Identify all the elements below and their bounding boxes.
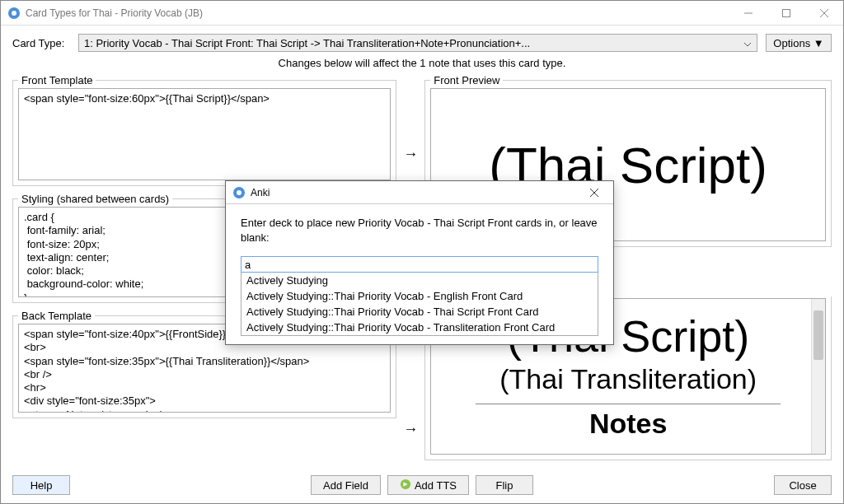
modal-close-button[interactable] — [575, 180, 613, 205]
add-tts-label: Add TTS — [415, 479, 457, 492]
modal-body: Enter deck to place new Priority Vocab -… — [226, 204, 613, 344]
back-preview-transliteration: (Thai Transliteration) — [451, 363, 805, 395]
arrow-icon: → — [403, 146, 418, 163]
chevron-down-icon — [743, 39, 752, 51]
add-tts-button[interactable]: Add TTS — [387, 475, 469, 495]
front-template-legend: Front Template — [18, 74, 96, 86]
styling-legend: Styling (shared between cards) — [18, 193, 172, 205]
maximize-button[interactable] — [767, 1, 805, 26]
arrow-icon: → — [403, 421, 418, 438]
autocomplete-dropdown: Actively Studying Actively Studying::Tha… — [241, 272, 598, 336]
autocomplete-option[interactable]: Actively Studying — [241, 273, 598, 288]
modal-prompt: Enter deck to place new Priority Vocab -… — [241, 216, 598, 245]
card-type-select[interactable]: 1: Priority Vocab - Thai Script Front: T… — [78, 34, 757, 52]
deck-name-input[interactable] — [241, 256, 598, 273]
back-preview-notes-label: Notes — [451, 408, 805, 440]
back-template-legend: Back Template — [18, 310, 95, 322]
card-type-value: 1: Priority Vocab - Thai Script Front: T… — [84, 37, 530, 49]
front-template-textarea[interactable]: <span style="font-size:60px">{{Thai Scri… — [18, 88, 391, 180]
tts-icon — [400, 478, 415, 492]
divider — [476, 404, 781, 404]
svg-rect-3 — [783, 9, 790, 16]
close-dialog-button[interactable]: Close — [774, 475, 832, 495]
modal-title: Anki — [251, 187, 575, 198]
hint-text: Changes below will affect the 1 note tha… — [1, 55, 843, 74]
minimize-button[interactable] — [729, 1, 767, 26]
deck-override-dialog: Anki Enter deck to place new Priority Vo… — [225, 180, 614, 345]
window-title: Card Types for Thai - Priority Vocab (JB… — [26, 7, 729, 19]
flip-button[interactable]: Flip — [476, 475, 533, 495]
button-bar: Help Add Field Add TTS Flip Close — [12, 475, 832, 495]
card-type-label: Card Type: — [12, 37, 70, 49]
autocomplete-option[interactable]: Actively Studying::Thai Priority Vocab -… — [241, 304, 598, 320]
add-field-button[interactable]: Add Field — [311, 475, 381, 495]
card-types-window: Card Types for Thai - Priority Vocab (JB… — [0, 0, 844, 504]
modal-titlebar: Anki — [226, 181, 613, 204]
autocomplete-option[interactable]: Actively Studying::Thai Priority Vocab -… — [241, 320, 598, 335]
window-controls — [729, 1, 843, 26]
scrollbar[interactable] — [811, 299, 825, 454]
help-button[interactable]: Help — [12, 475, 70, 495]
scrollbar-thumb[interactable] — [814, 310, 823, 360]
titlebar: Card Types for Thai - Priority Vocab (JB… — [1, 1, 843, 26]
svg-point-1 — [12, 11, 16, 16]
app-icon — [232, 186, 246, 199]
svg-point-8 — [237, 190, 241, 195]
card-type-row: Card Type: 1: Priority Vocab - Thai Scri… — [1, 26, 843, 55]
app-icon — [7, 7, 21, 20]
close-button[interactable] — [805, 1, 843, 26]
front-preview-legend: Front Preview — [430, 74, 503, 86]
front-template-group: Front Template <span style="font-size:60… — [12, 74, 396, 186]
options-button[interactable]: Options ▼ — [766, 34, 832, 52]
autocomplete-option[interactable]: Actively Studying::Thai Priority Vocab -… — [241, 288, 598, 304]
